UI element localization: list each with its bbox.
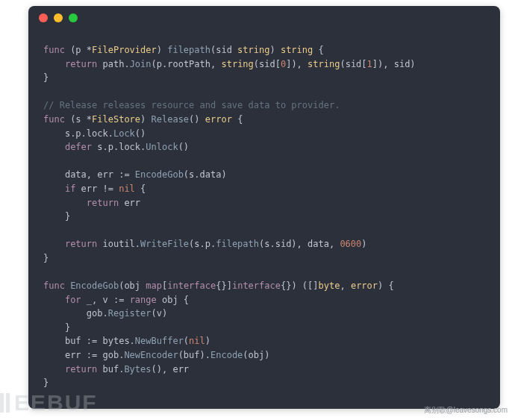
text: buf. [97, 364, 124, 374]
indent [43, 59, 65, 69]
func-register: Register [108, 308, 152, 319]
func-unlock: Unlock [146, 142, 178, 152]
minimize-icon[interactable] [54, 13, 63, 22]
nil: nil [119, 184, 135, 194]
text: buf := bytes. [65, 336, 135, 346]
logo-bars-icon [0, 393, 10, 413]
keyword-interface: interface [232, 280, 281, 291]
func-encode: Encode [210, 350, 243, 360]
watermark-logo: EEBUF [0, 390, 98, 416]
brace: ) { [378, 280, 394, 291]
keyword-return: return [65, 239, 97, 249]
type-string: string [308, 59, 340, 69]
text: (s * [65, 114, 92, 125]
keyword-for: for [65, 295, 81, 305]
nil: nil [189, 336, 205, 346]
text: (buf). [178, 350, 210, 360]
text: , [340, 280, 350, 291]
text: (obj [119, 280, 146, 291]
type-name: FileProvider [92, 45, 157, 55]
code-window: func (p *FileProvider) filepath(sid stri… [28, 6, 500, 409]
text: (obj) [243, 350, 269, 360]
watermark-attribution: 离别歌@leavesongs.com [424, 405, 508, 416]
text: (), err [152, 364, 190, 374]
indent [43, 364, 65, 374]
func-lock: Lock [113, 128, 135, 139]
brace: } [43, 253, 49, 263]
watermark-left-text: EEBUF [14, 390, 98, 416]
text: (s.p. [189, 239, 216, 249]
indent [43, 350, 65, 360]
text: (s.data) [184, 169, 227, 180]
func-name: filepath [167, 45, 210, 55]
text: err != [75, 184, 119, 194]
type-string: string [221, 59, 253, 69]
text: ]), [286, 59, 308, 69]
keyword-return: return [65, 59, 97, 69]
type-string: string [237, 45, 269, 55]
type-byte: byte [319, 280, 340, 291]
code-block: func (p *FileProvider) filepath(sid stri… [28, 30, 500, 405]
text: ( [184, 336, 189, 346]
text: ) [205, 336, 210, 346]
indent [43, 239, 65, 249]
indent [43, 142, 65, 152]
text: err := gob. [65, 350, 124, 360]
indent [43, 336, 65, 346]
number-1: 1 [367, 59, 372, 69]
func-encodegob: EncodeGob [135, 169, 184, 180]
keyword-func: func [43, 280, 65, 291]
text: _, v := [81, 295, 130, 305]
func-bytes: Bytes [124, 364, 151, 374]
brace: } [65, 322, 70, 333]
text: ioutil. [97, 239, 140, 249]
text: () [178, 142, 189, 152]
func-join: Join [130, 59, 152, 69]
type-string: string [281, 45, 313, 55]
func-writefile: WriteFile [140, 239, 189, 249]
indent [43, 295, 65, 305]
indent [43, 184, 65, 194]
indent [43, 211, 65, 222]
text: obj { [157, 295, 189, 305]
text: err [119, 198, 140, 208]
maximize-icon[interactable] [69, 13, 78, 22]
text: gob. [87, 308, 108, 319]
brace: { [135, 184, 146, 194]
func-filepath: filepath [216, 239, 259, 249]
brace: } [43, 377, 49, 388]
text: ) [269, 45, 280, 55]
number-0600: 0600 [340, 239, 361, 249]
text: data, err := [65, 169, 135, 180]
close-icon[interactable] [39, 13, 48, 22]
comment: // Release releases resource and save da… [43, 100, 340, 110]
type-error: error [351, 280, 378, 291]
indent [43, 169, 65, 180]
text: () [189, 114, 205, 125]
keyword-return: return [87, 198, 119, 208]
text: {}] [216, 280, 232, 291]
brace: { [232, 114, 243, 125]
type-name: FileStore [92, 114, 140, 125]
text: s.p.lock. [92, 142, 146, 152]
text: path. [97, 59, 129, 69]
text: (sid[ [254, 59, 281, 69]
indent [43, 308, 87, 319]
keyword-if: if [65, 184, 75, 194]
text: (s.sid), data, [259, 239, 340, 249]
keyword-interface: interface [167, 280, 216, 291]
text: (sid[ [340, 59, 366, 69]
brace: } [43, 72, 49, 83]
keyword-defer: defer [65, 142, 92, 152]
brace: { [313, 45, 323, 55]
text: ) [157, 45, 167, 55]
text: (sid [210, 45, 237, 55]
keyword-func: func [43, 45, 65, 55]
keyword-return: return [65, 364, 97, 374]
indent [43, 128, 65, 139]
keyword-func: func [43, 114, 65, 125]
brace: } [65, 211, 70, 222]
text: (v) [152, 308, 168, 319]
func-newencoder: NewEncoder [124, 350, 178, 360]
text: {}) ([] [281, 280, 319, 291]
